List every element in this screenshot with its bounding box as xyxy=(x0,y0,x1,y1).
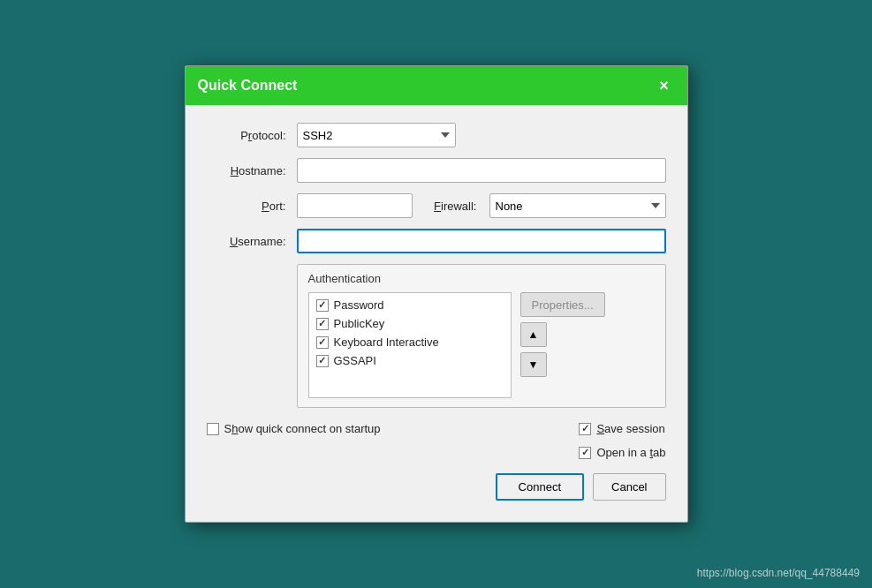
authentication-section: Authentication Password PublicKey Keyboa… xyxy=(297,264,666,408)
auth-content: Password PublicKey Keyboard Interactive … xyxy=(308,292,655,398)
move-up-button[interactable]: ▲ xyxy=(520,322,547,347)
port-firewall-inner: 22 Firewall: None HTTP CONNECT SOCKS4 SO… xyxy=(297,193,666,218)
port-label: Port: xyxy=(207,200,286,213)
publickey-checkbox[interactable] xyxy=(316,318,329,330)
gssapi-checkbox[interactable] xyxy=(316,355,329,367)
auth-list: Password PublicKey Keyboard Interactive … xyxy=(308,292,512,398)
auth-item-publickey: PublicKey xyxy=(316,317,504,330)
auth-item-gssapi: GSSAPI xyxy=(316,354,504,367)
auth-legend: Authentication xyxy=(308,272,655,285)
watermark: https://blog.csdn.net/qq_44788449 xyxy=(697,567,860,579)
hostname-input[interactable]: 120.79.210.126 xyxy=(297,158,666,183)
protocol-select[interactable]: SSH2 SSH1 Telnet FTP SFTP xyxy=(297,123,456,147)
protocol-row: Protocol: SSH2 SSH1 Telnet FTP SFTP xyxy=(207,123,666,147)
port-input[interactable]: 22 xyxy=(297,193,413,218)
username-label: Username: xyxy=(207,235,286,248)
auth-item-password: Password xyxy=(316,298,504,312)
username-row: Username: root xyxy=(207,229,666,253)
show-quick-connect-checkbox[interactable] xyxy=(207,423,219,435)
auth-controls: Properties... ▲ ▼ xyxy=(520,292,605,398)
firewall-select[interactable]: None HTTP CONNECT SOCKS4 SOCKS5 xyxy=(489,193,666,218)
up-arrow-icon: ▲ xyxy=(528,328,539,341)
password-label: Password xyxy=(334,298,384,312)
dialog-footer: Connect Cancel xyxy=(207,473,666,504)
gssapi-label: GSSAPI xyxy=(334,354,376,367)
down-arrow-icon: ▼ xyxy=(528,358,539,371)
save-session-label[interactable]: Save session xyxy=(579,422,664,435)
right-checks: Save session Open in a tab xyxy=(579,418,665,459)
open-in-tab-text: Open in a tab xyxy=(596,446,665,459)
move-down-button[interactable]: ▼ xyxy=(520,352,547,377)
save-session-text: Save session xyxy=(596,422,664,435)
bottom-options: Show quick connect on startup Save sessi… xyxy=(207,418,666,459)
keyboard-label: Keyboard Interactive xyxy=(334,335,439,349)
publickey-label: PublicKey xyxy=(334,317,385,330)
open-in-tab-label[interactable]: Open in a tab xyxy=(579,446,665,459)
auth-item-keyboard: Keyboard Interactive xyxy=(316,335,504,349)
dialog-title: Quick Connect xyxy=(198,78,298,94)
cancel-button[interactable]: Cancel xyxy=(593,473,665,501)
close-button[interactable]: × xyxy=(654,75,675,96)
firewall-label: Firewall: xyxy=(434,200,476,213)
quick-connect-dialog: Quick Connect × Protocol: SSH2 SSH1 Teln… xyxy=(185,65,688,523)
properties-button[interactable]: Properties... xyxy=(520,292,605,317)
titlebar: Quick Connect × xyxy=(186,66,687,105)
port-firewall-row: Port: 22 Firewall: None HTTP CONNECT SOC… xyxy=(207,193,666,218)
show-quick-connect-text: Show quick connect on startup xyxy=(224,422,381,435)
show-quick-connect-label[interactable]: Show quick connect on startup xyxy=(207,422,381,435)
password-checkbox[interactable] xyxy=(316,299,329,312)
dialog-body: Protocol: SSH2 SSH1 Telnet FTP SFTP Host… xyxy=(186,105,687,522)
keyboard-checkbox[interactable] xyxy=(316,336,329,349)
hostname-label: Hostname: xyxy=(207,164,286,177)
open-in-tab-checkbox[interactable] xyxy=(579,447,591,459)
username-input[interactable]: root xyxy=(297,229,666,253)
connect-button[interactable]: Connect xyxy=(496,473,584,501)
hostname-row: Hostname: 120.79.210.126 xyxy=(207,158,666,183)
protocol-label: Protocol: xyxy=(207,129,286,142)
save-session-checkbox[interactable] xyxy=(579,423,591,435)
